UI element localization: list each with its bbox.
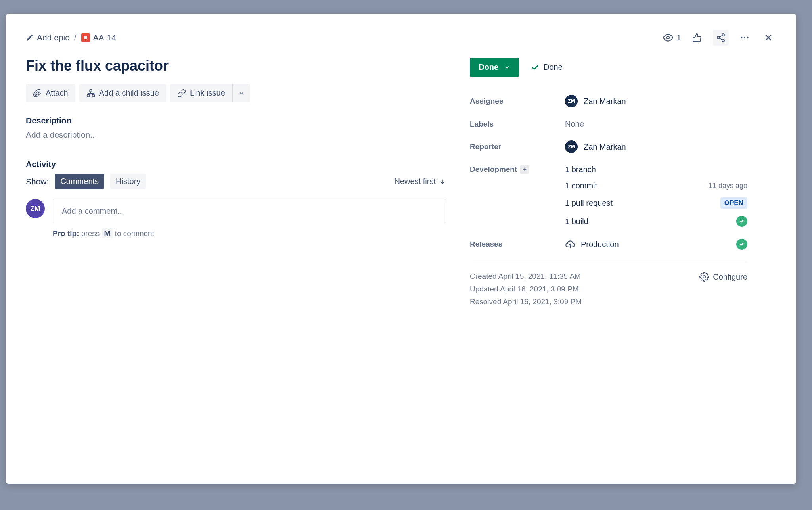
vote-button[interactable]: [689, 30, 705, 46]
activity-label: Activity: [26, 159, 446, 169]
comment-input-row: ZM Add a comment...: [26, 199, 446, 223]
attach-icon: [33, 89, 42, 98]
check-circle-icon: [736, 239, 747, 250]
link-icon: [177, 89, 186, 98]
commit-text: 1 commit: [565, 181, 597, 190]
assignee-avatar: ZM: [565, 95, 578, 107]
reporter-field[interactable]: Reporter ZM Zan Markan: [470, 140, 747, 153]
add-epic-link[interactable]: Add epic: [26, 33, 69, 42]
sort-button[interactable]: Newest first: [395, 177, 446, 186]
link-issue-button[interactable]: Link issue: [170, 84, 232, 102]
commit-time: 11 days ago: [709, 182, 747, 190]
child-issue-icon: [86, 89, 95, 98]
labels-field[interactable]: Labels None: [470, 119, 747, 128]
svg-point-2: [717, 36, 720, 39]
tab-history[interactable]: History: [110, 174, 146, 189]
header-actions: 1: [663, 30, 776, 46]
pencil-icon: [26, 34, 34, 42]
watch-button[interactable]: 1: [663, 33, 681, 43]
svg-line-4: [720, 38, 722, 40]
link-issue-group: Link issue: [170, 84, 250, 102]
svg-point-1: [722, 34, 724, 36]
reporter-avatar: ZM: [565, 140, 578, 153]
svg-rect-13: [92, 94, 94, 97]
dev-pr-item[interactable]: 1 pull request OPEN: [565, 197, 747, 209]
reporter-name: Zan Markan: [584, 142, 626, 151]
attach-button[interactable]: Attach: [26, 84, 75, 102]
close-icon: [763, 33, 774, 43]
resolved-timestamp: Resolved April 16, 2021, 3:09 PM: [470, 297, 582, 306]
tab-comments[interactable]: Comments: [55, 174, 104, 189]
link-issue-dropdown[interactable]: [232, 84, 250, 102]
issue-key-text: AA-14: [93, 33, 116, 42]
show-label: Show:: [26, 177, 49, 186]
eye-icon: [663, 33, 673, 43]
labels-value: None: [565, 119, 747, 128]
issue-key-link[interactable]: AA-14: [81, 33, 116, 42]
configure-button[interactable]: Configure: [699, 272, 747, 282]
breadcrumb-separator: /: [74, 33, 77, 42]
release-name: Production: [581, 240, 619, 249]
reporter-value: ZM Zan Markan: [565, 140, 747, 153]
build-text: 1 build: [565, 217, 588, 226]
modal-content: Fix the flux capacitor Attach Add a chil…: [26, 58, 776, 468]
main-panel: Fix the flux capacitor Attach Add a chil…: [26, 58, 446, 468]
sidebar-footer: Created April 15, 2021, 11:35 AM Updated…: [470, 272, 747, 306]
add-development-button[interactable]: +: [520, 165, 529, 174]
svg-point-7: [744, 37, 745, 38]
releases-label: Releases: [470, 240, 565, 249]
status-row: Done Done: [470, 58, 747, 77]
comment-input[interactable]: Add a comment...: [53, 199, 446, 223]
svg-point-3: [722, 39, 724, 42]
status-dropdown[interactable]: Done: [470, 58, 519, 77]
more-horizontal-icon: [739, 33, 750, 43]
check-circle-icon: [736, 216, 747, 227]
watch-count-value: 1: [676, 33, 681, 42]
svg-point-8: [747, 37, 748, 38]
svg-point-6: [741, 37, 742, 38]
pro-tip-text: Pro tip: press M to comment: [53, 229, 446, 238]
add-child-issue-button[interactable]: Add a child issue: [79, 84, 166, 102]
pro-tip-press: press: [81, 229, 100, 238]
description-label: Description: [26, 116, 446, 125]
svg-point-0: [667, 36, 670, 39]
description-input[interactable]: Add a description...: [26, 130, 446, 140]
pro-tip-key: M: [102, 228, 113, 238]
dev-branch-item[interactable]: 1 branch: [565, 165, 747, 174]
releases-value-row: Production: [565, 239, 747, 250]
issue-title[interactable]: Fix the flux capacitor: [26, 58, 446, 74]
pro-tip-suffix: to comment: [115, 229, 154, 238]
more-actions-button[interactable]: [737, 30, 753, 46]
check-icon: [531, 63, 540, 72]
sort-label: Newest first: [395, 177, 436, 186]
share-button[interactable]: [713, 30, 729, 46]
chevron-down-icon: [504, 64, 510, 71]
bug-icon: [81, 33, 90, 42]
arrow-down-icon: [439, 178, 446, 185]
close-button[interactable]: [760, 30, 776, 46]
resolution-status: Done: [531, 63, 563, 72]
chevron-down-icon: [238, 90, 245, 96]
created-timestamp: Created April 15, 2021, 11:35 AM: [470, 272, 582, 281]
assignee-label: Assignee: [470, 97, 565, 105]
status-label: Done: [479, 63, 498, 72]
branch-text: 1 branch: [565, 165, 596, 174]
add-epic-label: Add epic: [37, 33, 69, 42]
assignee-field[interactable]: Assignee ZM Zan Markan: [470, 95, 747, 107]
timestamps: Created April 15, 2021, 11:35 AM Updated…: [470, 272, 582, 306]
action-bar: Attach Add a child issue Link issue: [26, 84, 446, 102]
development-field: Development + 1 branch 1 commit 11 days …: [470, 165, 747, 227]
releases-field[interactable]: Releases Production: [470, 239, 747, 250]
thumbs-up-icon: [692, 33, 702, 42]
share-icon: [716, 33, 726, 42]
gear-icon: [699, 272, 709, 282]
sidebar-panel: Done Done Assignee ZM Zan Markan: [470, 58, 747, 468]
pr-status-badge: OPEN: [720, 197, 747, 209]
dev-build-item[interactable]: 1 build: [565, 216, 747, 227]
labels-label: Labels: [470, 120, 565, 128]
development-label: Development +: [470, 165, 565, 174]
release-value: Production: [565, 239, 619, 249]
issue-modal: Add epic / AA-14 1: [6, 14, 796, 484]
dev-commit-item[interactable]: 1 commit 11 days ago: [565, 181, 747, 190]
assignee-name: Zan Markan: [584, 97, 626, 106]
